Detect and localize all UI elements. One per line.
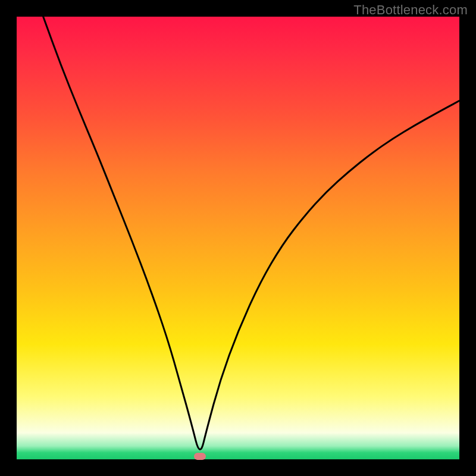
watermark-text: TheBottleneck.com	[353, 2, 468, 18]
plot-area	[17, 17, 459, 459]
chart-frame: TheBottleneck.com	[0, 0, 476, 476]
